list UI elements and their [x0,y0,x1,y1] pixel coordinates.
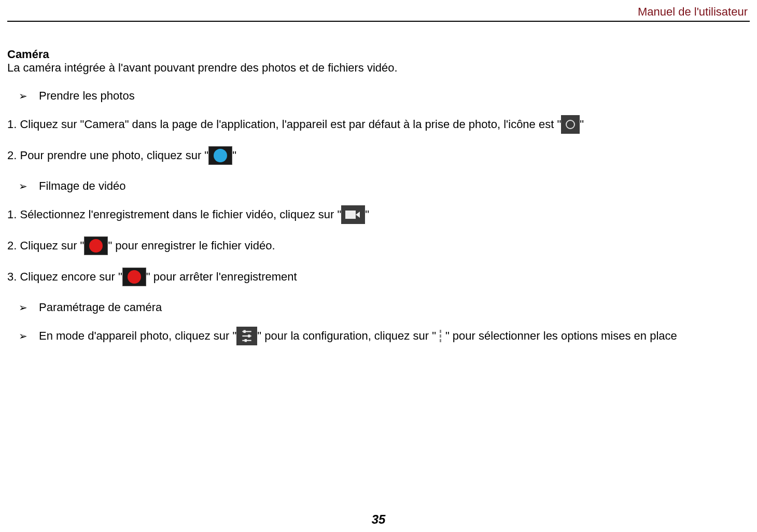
video-step-2: 2. Cliquez sur " " pour enregistrer le f… [7,236,750,255]
photos-step-2: 2. Pour prendre une photo, cliquez sur "… [7,146,750,165]
chevron-right-icon: ➢ [19,330,27,342]
bullet-camera-settings: ➢ Paramétrage de caméra [7,301,750,314]
bullet-video-filming: ➢ Filmage de vidéo [7,179,750,193]
step-text-post: " pour sélectionner les options mises en… [445,329,677,343]
options-icon [436,329,445,343]
section-intro: La caméra intégrée à l'avant pouvant pre… [7,61,750,75]
bullet-camera-mode: ➢ En mode d'appareil photo, cliquez sur … [7,327,750,345]
svg-rect-3 [248,334,250,337]
step-text: En mode d'appareil photo, cliquez sur " [39,329,236,343]
svg-rect-5 [245,339,247,342]
record-red-icon [84,236,108,255]
bullet-label: Prendre les photos [39,89,135,103]
step-text-suffix: " [580,118,584,131]
record-red-icon [122,268,146,286]
step-text: 1. Sélectionnez l'enregistrement dans le… [7,208,341,221]
step-text-suffix: " [232,149,236,162]
sliders-icon [236,327,257,345]
bullet-take-photos: ➢ Prendre les photos [7,89,750,103]
videocam-icon [341,205,365,224]
video-step-3: 3. Cliquez encore sur " " pour arrêter l… [7,268,750,286]
chevron-right-icon: ➢ [19,301,27,314]
section-title: Caméra [7,48,750,61]
bullet-label: Paramétrage de caméra [39,301,162,314]
step-text: 2. Cliquez sur " [7,239,84,253]
bullet-label: Filmage de vidéo [39,179,126,193]
step-text: 3. Cliquez encore sur " [7,270,122,284]
video-step-1: 1. Sélectionnez l'enregistrement dans le… [7,205,750,224]
chevron-right-icon: ➢ [19,180,27,192]
page-number: 35 [0,512,757,527]
photos-step-1: 1. Cliquez sur "Camera" dans la page de … [7,115,750,134]
shutter-blue-icon [208,146,232,165]
step-text-suffix: " pour enregistrer le fichier vidéo. [108,239,275,253]
header-title: Manuel de l'utilisateur [7,5,750,19]
svg-rect-1 [244,330,246,333]
step-text-suffix: " [365,208,369,221]
header-rule [7,21,750,22]
chevron-right-icon: ➢ [19,90,27,102]
step-text: 2. Pour prendre une photo, cliquez sur " [7,149,208,162]
step-text: 1. Cliquez sur "Camera" dans la page de … [7,118,561,131]
step-text-mid: " pour la configuration, cliquez sur " [257,329,436,343]
step-text-suffix: " pour arrêter l'enregistrement [146,270,297,284]
camera-icon [561,115,580,134]
